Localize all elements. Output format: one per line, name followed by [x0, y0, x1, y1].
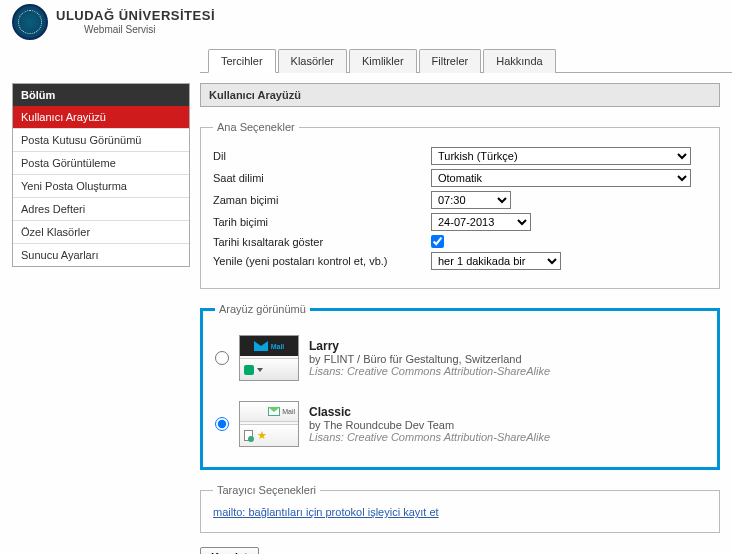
skin-name: Larry [309, 339, 550, 353]
skin-name: Classic [309, 405, 550, 419]
save-button[interactable]: Kaydet [200, 547, 259, 554]
label-datefmt: Tarih biçimi [213, 216, 423, 228]
skin-option-classic[interactable]: Mail ★ Classic by The Roundcube Dev Team… [215, 401, 701, 447]
sidebar-item-server[interactable]: Sunucu Ayarları [13, 244, 189, 266]
logo-icon [12, 4, 48, 40]
legend-browser: Tarayıcı Seçenekleri [213, 484, 320, 496]
fieldset-browser: Tarayıcı Seçenekleri mailto: bağlantılar… [200, 484, 720, 533]
sidebar-item-folders[interactable]: Özel Klasörler [13, 221, 189, 244]
tab-identities[interactable]: Kimlikler [349, 49, 417, 73]
legend-main: Ana Seçenekler [213, 121, 299, 133]
thumb-larry: Mail [239, 335, 299, 381]
radio-classic[interactable] [215, 417, 229, 431]
star-icon: ★ [257, 429, 267, 442]
legend-skin: Arayüz görünümü [215, 303, 310, 315]
gear-icon [244, 365, 254, 375]
mailto-register-link[interactable]: mailto: bağlantıları için protokol işley… [213, 506, 439, 518]
skin-author: by FLINT / Büro für Gestaltung, Switzerl… [309, 353, 550, 365]
main-panel: Kullanıcı Arayüzü Ana Seçenekler Dil Tur… [200, 83, 720, 554]
checkbox-shortdate[interactable] [431, 235, 444, 248]
org-title: ULUDAĞ ÜNİVERSİTESİ [56, 9, 215, 23]
label-shortdate: Tarihi kısaltarak göster [213, 236, 423, 248]
org-subtitle: Webmail Servisi [56, 24, 215, 35]
sidebar-item-contacts[interactable]: Adres Defteri [13, 198, 189, 221]
skin-option-larry[interactable]: Mail Larry by FLINT / Büro für Gestaltun… [215, 335, 701, 381]
caret-down-icon [257, 368, 263, 372]
fieldset-skin: Arayüz görünümü Mail Larry by FLINT / Bü… [200, 303, 720, 470]
fieldset-main-options: Ana Seçenekler Dil Turkish (Türkçe) Saat… [200, 121, 720, 289]
select-language[interactable]: Turkish (Türkçe) [431, 147, 691, 165]
document-icon [244, 430, 253, 441]
mail-icon [254, 341, 268, 351]
sidebar-item-compose[interactable]: Yeni Posta Oluşturma [13, 175, 189, 198]
sidebar-item-display[interactable]: Posta Görüntüleme [13, 152, 189, 175]
sidebar-item-ui[interactable]: Kullanıcı Arayüzü [13, 106, 189, 129]
app-header: ULUDAĞ ÜNİVERSİTESİ Webmail Servisi [0, 0, 732, 48]
tab-about[interactable]: Hakkında [483, 49, 555, 73]
skin-license: Lisans: Creative Commons Attribution-Sha… [309, 365, 550, 377]
tabs-bar: Tercihler Klasörler Kimlikler Filtreler … [200, 48, 732, 73]
tab-folders[interactable]: Klasörler [278, 49, 347, 73]
label-language: Dil [213, 150, 423, 162]
label-refresh: Yenile (yeni postaları kontrol et, vb.) [213, 255, 423, 267]
select-datefmt[interactable]: 24-07-2013 [431, 213, 531, 231]
sidebar-item-mailbox[interactable]: Posta Kutusu Görünümü [13, 129, 189, 152]
thumb-classic: Mail ★ [239, 401, 299, 447]
mail-icon [268, 407, 280, 416]
tab-filters[interactable]: Filtreler [419, 49, 482, 73]
tab-preferences[interactable]: Tercihler [208, 49, 276, 73]
select-timezone[interactable]: Otomatik [431, 169, 691, 187]
main-title: Kullanıcı Arayüzü [200, 83, 720, 107]
logo-text: ULUDAĞ ÜNİVERSİTESİ Webmail Servisi [56, 9, 215, 34]
select-timefmt[interactable]: 07:30 [431, 191, 511, 209]
sidebar-title: Bölüm [13, 84, 189, 106]
skin-license: Lisans: Creative Commons Attribution-Sha… [309, 431, 550, 443]
radio-larry[interactable] [215, 351, 229, 365]
label-timezone: Saat dilimi [213, 172, 423, 184]
sidebar: Bölüm Kullanıcı Arayüzü Posta Kutusu Gör… [12, 83, 190, 267]
label-timefmt: Zaman biçimi [213, 194, 423, 206]
select-refresh[interactable]: her 1 dakikada bir [431, 252, 561, 270]
skin-author: by The Roundcube Dev Team [309, 419, 550, 431]
